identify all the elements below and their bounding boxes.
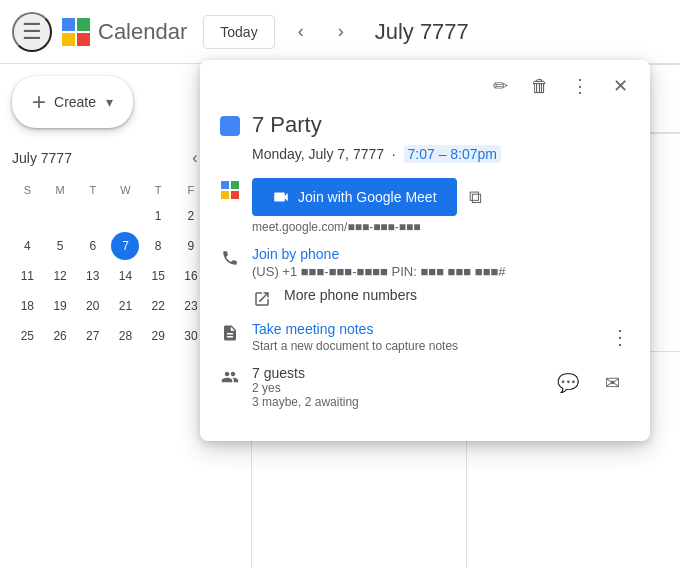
people-icon <box>221 368 239 386</box>
copy-icon: ⧉ <box>469 187 482 207</box>
guest-action-icons: 💬 ✉ <box>550 365 630 401</box>
meet-video-icon <box>272 188 290 206</box>
mini-day[interactable] <box>111 202 139 230</box>
prev-button[interactable]: ‹ <box>283 14 319 50</box>
mini-day[interactable]: 6 <box>79 232 107 260</box>
edit-icon: ✏ <box>493 75 508 97</box>
chat-icon: 💬 <box>557 372 579 394</box>
delete-event-button[interactable]: 🗑 <box>522 68 558 104</box>
day-header-w: W <box>110 180 141 200</box>
mini-day[interactable]: 26 <box>46 322 74 350</box>
mini-day[interactable]: 21 <box>111 292 139 320</box>
notes-content: Take meeting notes Start a new document … <box>252 321 598 353</box>
chat-button[interactable]: 💬 <box>550 365 586 401</box>
guests-content: 7 guests 2 yes 3 maybe, 2 awaiting <box>252 365 538 409</box>
mini-day[interactable]: 28 <box>111 322 139 350</box>
svg-rect-0 <box>62 18 75 31</box>
svg-rect-2 <box>62 33 75 46</box>
phone-icon <box>221 249 239 267</box>
external-link-icon <box>253 290 271 308</box>
mini-day[interactable]: 20 <box>79 292 107 320</box>
mini-day[interactable]: 4 <box>13 232 41 260</box>
mini-day[interactable]: 27 <box>79 322 107 350</box>
app-header: ☰ Calendar Today ‹ › July 7777 <box>0 0 680 64</box>
notes-icon-container <box>220 323 240 343</box>
phone-icon-container <box>220 248 240 268</box>
event-date: Monday, July 7, 7777 <box>252 146 384 162</box>
mini-day-today[interactable]: 7 <box>111 232 139 260</box>
svg-rect-6 <box>221 191 229 199</box>
more-phones-section: More phone numbers <box>252 287 630 309</box>
mini-day[interactable]: 29 <box>144 322 172 350</box>
mini-day[interactable]: 1 <box>144 202 172 230</box>
mini-day[interactable]: 13 <box>79 262 107 290</box>
mini-day[interactable] <box>13 202 41 230</box>
notes-subtitle: Start a new document to capture notes <box>252 339 598 353</box>
event-color-indicator <box>220 116 240 136</box>
notes-more-button[interactable]: ⋮ <box>610 325 630 349</box>
next-button[interactable]: › <box>323 14 359 50</box>
mini-day[interactable]: 8 <box>144 232 172 260</box>
mini-day[interactable]: 5 <box>46 232 74 260</box>
copy-meet-link-button[interactable]: ⧉ <box>465 183 486 212</box>
edit-event-button[interactable]: ✏ <box>482 68 518 104</box>
mini-day[interactable]: 15 <box>144 262 172 290</box>
mini-day[interactable]: 12 <box>46 262 74 290</box>
day-header-t1: T <box>77 180 108 200</box>
menu-button[interactable]: ☰ <box>12 12 52 52</box>
today-button[interactable]: Today <box>203 15 274 49</box>
mini-day[interactable]: 18 <box>13 292 41 320</box>
create-chevron-icon: ▾ <box>106 94 113 110</box>
join-phone-section: Join by phone (US) +1 ■■■-■■■-■■■■ PIN: … <box>220 246 630 279</box>
guests-yes: 2 yes <box>252 381 538 395</box>
close-icon: ✕ <box>613 75 628 97</box>
guests-section: 7 guests 2 yes 3 maybe, 2 awaiting 💬 ✉ <box>220 365 630 409</box>
mini-day[interactable]: 22 <box>144 292 172 320</box>
join-meet-section: Join with Google Meet ⧉ meet.google.com/… <box>220 178 630 234</box>
mini-day[interactable] <box>79 202 107 230</box>
phone-number: (US) +1 ■■■-■■■-■■■■ PIN: ■■■ ■■■ ■■■# <box>252 264 630 279</box>
external-link-icon-container <box>252 289 272 309</box>
event-title-row: 7 Party <box>220 112 630 138</box>
svg-rect-7 <box>231 191 239 199</box>
more-phones-label[interactable]: More phone numbers <box>284 287 417 303</box>
email-button[interactable]: ✉ <box>594 365 630 401</box>
calendar-nav: ‹ › <box>283 14 359 50</box>
mini-day[interactable]: 19 <box>46 292 74 320</box>
close-popup-button[interactable]: ✕ <box>602 68 638 104</box>
create-plus-icon: + <box>32 88 46 116</box>
mini-cal-month: July 7777 <box>12 150 72 166</box>
event-popup: ✏ 🗑 ⋮ ✕ 7 Party Monday, July 7, 7777 · <box>200 60 650 441</box>
svg-rect-1 <box>77 18 90 31</box>
day-header-s1: S <box>12 180 43 200</box>
meet-logo-icon <box>220 180 240 200</box>
mini-day[interactable]: 25 <box>13 322 41 350</box>
menu-icon: ☰ <box>22 19 42 45</box>
join-phone-link[interactable]: Join by phone <box>252 246 630 262</box>
popup-toolbar: ✏ 🗑 ⋮ ✕ <box>200 60 650 112</box>
guests-icon-container <box>220 367 240 387</box>
meet-url: meet.google.com/■■■-■■■-■■■ <box>252 220 630 234</box>
notes-link[interactable]: Take meeting notes <box>252 321 598 337</box>
join-meet-label: Join with Google Meet <box>298 189 437 205</box>
phone-content: Join by phone (US) +1 ■■■-■■■-■■■■ PIN: … <box>252 246 630 279</box>
meet-content: Join with Google Meet ⧉ meet.google.com/… <box>252 178 630 234</box>
delete-icon: 🗑 <box>531 76 549 97</box>
event-time: 7:07 – 8:07pm <box>404 145 502 163</box>
day-header-m: M <box>45 180 76 200</box>
event-title: 7 Party <box>252 112 322 138</box>
event-popup-overlay: ✏ 🗑 ⋮ ✕ 7 Party Monday, July 7, 7777 · <box>200 60 650 441</box>
mini-day[interactable]: 14 <box>111 262 139 290</box>
app-logo: Calendar <box>60 16 187 48</box>
document-icon <box>221 324 239 342</box>
create-button[interactable]: + Create ▾ <box>12 76 133 128</box>
more-options-button[interactable]: ⋮ <box>562 68 598 104</box>
email-icon: ✉ <box>605 372 620 394</box>
join-meet-button[interactable]: Join with Google Meet <box>252 178 457 216</box>
create-label: Create <box>54 94 96 110</box>
event-date-row: Monday, July 7, 7777 · 7:07 – 8:07pm <box>252 146 630 162</box>
mini-day[interactable]: 11 <box>13 262 41 290</box>
app-name: Calendar <box>98 19 187 45</box>
guests-count: 7 guests <box>252 365 538 381</box>
mini-day[interactable] <box>46 202 74 230</box>
